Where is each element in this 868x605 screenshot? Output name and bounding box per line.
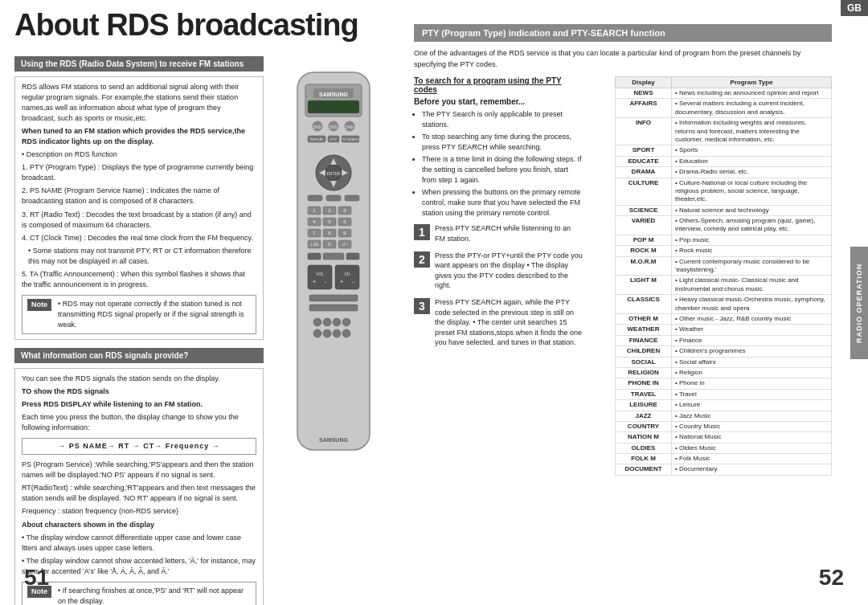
program-type-cell: • Finance <box>672 335 832 345</box>
remote-control-area: SAMSUNG DVD DVD DVD DISPLAY PTY PTY SEAR… <box>265 56 402 482</box>
table-row: POP M• Pop music <box>616 235 832 245</box>
table-row: M.O.R.M• Current contemporary music cons… <box>616 256 832 276</box>
step-3: 3 Press PTY SEARCH again, while the PTY … <box>414 297 583 348</box>
program-type-cell: • Others-Speech, amusing program (quiz, … <box>672 216 832 235</box>
display-cell: RELIGION <box>616 367 672 378</box>
table-row: SPORT• Sports <box>616 145 832 156</box>
svg-rect-54 <box>308 265 332 289</box>
display-cell: CULTURE <box>616 178 672 205</box>
to-show-header: TO show the RDS signals <box>22 386 256 397</box>
svg-rect-26 <box>345 195 359 201</box>
display-cell: DOCUMENT <box>616 464 672 475</box>
table-row: ROCK M• Rock music <box>616 246 832 256</box>
display-cell: DRAMA <box>616 167 672 178</box>
table-row: CHILDREN• Children's programmes <box>616 346 832 357</box>
program-type-cell: • Several matters including a current in… <box>672 99 832 118</box>
program-type-cell: • Jazz Music <box>672 411 832 421</box>
program-type-cell: • Weather <box>672 325 832 335</box>
remote-control-image: SAMSUNG DVD DVD DVD DISPLAY PTY PTY SEAR… <box>277 68 390 470</box>
rds-second-intro: You can see the RDS signals the station … <box>22 374 256 384</box>
svg-point-70 <box>333 329 341 337</box>
svg-text:+: + <box>340 278 344 285</box>
table-row: COUNTRY• Country Music <box>616 421 832 431</box>
display-cell: SPORT <box>616 145 672 156</box>
table-row: CLASSICS• Heavy classical music-Orchestr… <box>616 295 832 314</box>
svg-text:+: + <box>313 278 317 285</box>
display-cell: EDUCATE <box>616 156 672 166</box>
table-header-program-type: Program Type <box>672 77 832 88</box>
rds-what-header: What information can RDS signals provide… <box>14 348 264 363</box>
table-row: FINANCE• Finance <box>616 335 832 345</box>
rds-section-content: RDS allows FM stations to send an additi… <box>14 76 264 340</box>
bullet-3: There is a time limit in doing the follo… <box>422 154 583 186</box>
arrow-display: → PS NAME→ RT → CT→ Frequency → <box>22 438 256 455</box>
step-1-text: Press PTY SEARCH while listenning to an … <box>435 223 583 243</box>
step-3-number: 3 <box>414 298 430 314</box>
table-row: OLDIES• Oldies Music <box>616 443 832 453</box>
rds-what-content: You can see the RDS signals the station … <box>14 368 264 605</box>
table-row: OTHER M• Other music - Jazz, R&B country… <box>616 313 832 324</box>
table-row: FOLK M• Folk Music <box>616 454 832 464</box>
svg-rect-51 <box>308 253 321 260</box>
display-cell: INFO <box>616 118 672 145</box>
display-cell: NEWS <box>616 88 672 99</box>
program-type-cell: • Rock music <box>672 246 832 256</box>
note-label: Note <box>27 299 51 311</box>
table-header-display: Display <box>616 77 672 88</box>
table-row: TRAVEL• Travel <box>616 389 832 399</box>
table-row: SCIENCE• Natural science and technology <box>616 205 832 215</box>
rds-item-3: 3. RT (Radio Text) : Decodes the text br… <box>22 210 256 231</box>
radio-operation-tab: RADIO OPERATION <box>850 247 868 359</box>
display-cell: SCIENCE <box>616 205 672 215</box>
svg-text:+10: +10 <box>310 242 319 247</box>
pty-search-title: To search for a program using the PTY co… <box>414 76 583 94</box>
display-cell: SOCIAL <box>616 357 672 367</box>
display-cell: LEISURE <box>616 400 672 411</box>
rds-item-1: 1. PTY (Program Type) : Displays the typ… <box>22 162 256 183</box>
program-type-cell: • Social affairs <box>672 357 832 367</box>
chars-header: About characters shown in the display <box>22 520 256 530</box>
pty-content: To search for a program using the PTY co… <box>414 76 832 476</box>
note-text: • RDS may not operate correctly if the s… <box>58 299 251 330</box>
svg-point-67 <box>342 318 350 326</box>
rds-intro: RDS allows FM stations to send an additi… <box>22 82 256 124</box>
rds-note-1: Note • RDS may not operate correctly if … <box>22 295 256 334</box>
svg-text:-/--: -/-- <box>342 242 348 247</box>
step-2-number: 2 <box>414 251 430 268</box>
program-type-cell: • Light classical music- Classical music… <box>672 276 832 295</box>
table-row: JAZZ• Jazz Music <box>616 411 832 421</box>
table-row: AFFAIRS• Several matters including a cur… <box>616 99 832 118</box>
program-type-cell: • Leisure <box>672 400 832 411</box>
svg-text:VOL: VOL <box>316 272 324 276</box>
char-item-2: • The display window cannot show accente… <box>22 556 256 577</box>
svg-rect-24 <box>308 195 322 201</box>
svg-text:DVD: DVD <box>346 125 354 129</box>
svg-rect-25 <box>326 195 341 201</box>
table-row: PHONE IN• Phone in <box>616 378 832 389</box>
program-type-cell: • Phone in <box>672 378 832 389</box>
step-2-text: Press the PTY-or PTY+until the PTY code … <box>435 251 583 291</box>
step-1-number: 1 <box>414 224 430 240</box>
steps-container: To search for a program using the PTY co… <box>414 76 583 354</box>
bullet-4: When pressing the buttons on the primary… <box>422 187 583 219</box>
svg-text:-: - <box>325 278 327 285</box>
program-type-cell: • Sports <box>672 145 832 156</box>
pty-table-area: Display Program Type NEWS• News includin… <box>615 76 832 476</box>
display-cell: OLDIES <box>616 443 672 453</box>
display-cell: AFFAIRS <box>616 99 672 118</box>
display-cell: CHILDREN <box>616 346 672 357</box>
svg-rect-63 <box>309 305 358 311</box>
bullet-1: The PTY Search is only applicable to pre… <box>422 109 583 130</box>
svg-text:ENTER: ENTER <box>327 171 341 176</box>
table-row: DOCUMENT• Documentary <box>616 464 832 475</box>
table-row: DRAMA• Drama-Radio serial, etc. <box>616 167 832 178</box>
table-row: NEWS• News including an announced opinio… <box>616 88 832 99</box>
program-type-cell: • Children's programmes <box>672 346 832 357</box>
program-type-cell: • Country Music <box>672 421 832 431</box>
display-cell: FINANCE <box>616 335 672 345</box>
program-type-cell: • Folk Music <box>672 454 832 464</box>
svg-text:SAMSUNG: SAMSUNG <box>319 92 348 97</box>
rds-section-header: Using the RDS (Radio Data System) to rec… <box>14 56 264 72</box>
display-cell: NATION M <box>616 432 672 443</box>
program-type-cell: • Documentary <box>672 464 832 475</box>
